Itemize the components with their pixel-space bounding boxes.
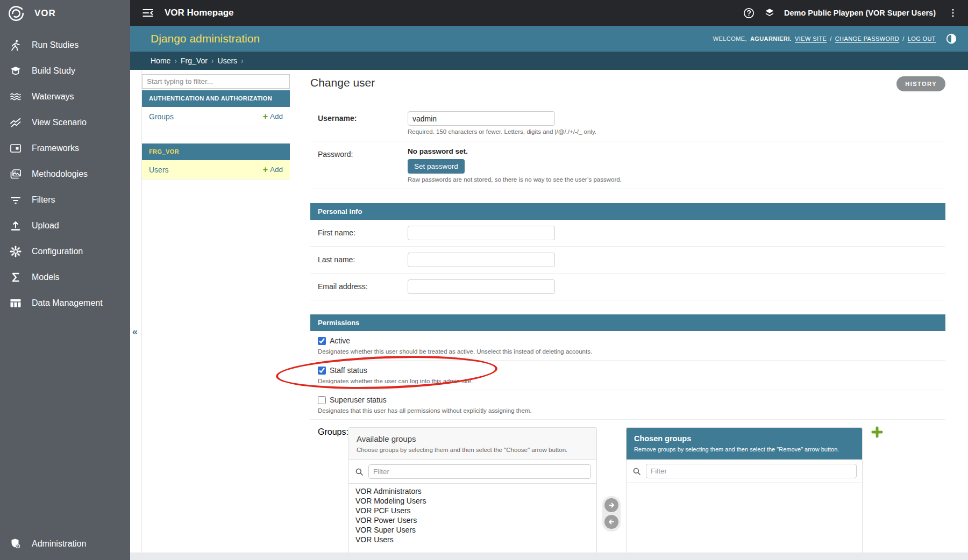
superuser-status-row: Superuser status Designates that this us… — [310, 390, 945, 420]
search-icon — [632, 466, 642, 476]
theme-toggle-icon[interactable] — [945, 33, 957, 45]
sidebar-item-administration[interactable]: Administration — [0, 531, 130, 557]
available-groups-filter-input[interactable] — [368, 464, 591, 479]
remove-arrow-button[interactable] — [604, 515, 618, 529]
sidebar-item-upload[interactable]: Upload — [0, 213, 130, 239]
breadcrumb-separator: › — [170, 56, 181, 65]
sidebar-item-label: Data Management — [32, 298, 103, 308]
group-option[interactable]: VOR PCF Users — [349, 506, 596, 515]
breadcrumb-home[interactable]: Home — [151, 56, 170, 65]
chosen-groups-filter-input[interactable] — [646, 464, 857, 478]
sidebar-item-label: Upload — [32, 221, 59, 231]
group-option[interactable]: VOR Administrators — [349, 486, 596, 496]
permissions-caption: Permissions — [310, 314, 945, 331]
slash-separator: / — [830, 35, 831, 42]
groups-label: Groups: — [318, 427, 348, 560]
password-label: Password: — [318, 147, 408, 183]
sidebar-item-methodologies[interactable]: Methodologies — [0, 161, 130, 187]
workspace-selector[interactable]: Demo Public Playpen (VOR Super Users) — [784, 9, 936, 17]
add-label: Add — [270, 166, 283, 174]
filter-lines-icon — [9, 193, 23, 207]
group-option[interactable]: VOR Users — [349, 535, 596, 544]
sidebar-item-run-studies[interactable]: Run Studies — [0, 32, 130, 58]
sidebar-item-data-management[interactable]: Data Management — [0, 290, 130, 316]
search-icon — [354, 467, 364, 477]
chosen-groups-list[interactable] — [627, 483, 862, 560]
gear-icon — [9, 245, 23, 259]
sidebar-item-label: Waterways — [32, 92, 74, 102]
add-user-link[interactable]: + Add — [263, 166, 283, 174]
plus-icon: + — [263, 166, 268, 174]
history-button[interactable]: HISTORY — [896, 76, 945, 91]
content-area: « AUTHENTICATION AND AUTHORIZATION Group… — [130, 70, 968, 560]
password-row: Password: No password set. Set password … — [310, 141, 945, 189]
collapse-nav-panel-toggle[interactable]: « — [132, 327, 138, 336]
upload-icon — [9, 219, 23, 233]
nav-row-users: Users + Add — [142, 160, 290, 180]
sidebar-item-build-study[interactable]: Build Study — [0, 58, 130, 84]
bottom-strip — [130, 552, 968, 560]
layers-icon[interactable] — [764, 7, 775, 19]
sidebar-item-configuration[interactable]: Configuration — [0, 239, 130, 264]
last-name-field[interactable] — [408, 253, 555, 267]
active-label: Active — [330, 336, 350, 345]
sidebar-item-label: Filters — [32, 195, 55, 205]
breadcrumb-app[interactable]: Frg_Vor — [181, 56, 208, 65]
staff-status-label: Staff status — [330, 366, 367, 375]
sidebar-item-label: Models — [32, 272, 60, 282]
sidebar-item-label: Methodologies — [32, 169, 88, 179]
available-groups-help: Choose groups by selecting them and then… — [357, 447, 589, 453]
nav-filter-input[interactable] — [142, 74, 290, 89]
active-checkbox[interactable] — [318, 337, 326, 345]
active-row: Active Designates whether this user shou… — [310, 331, 945, 361]
page: VOR Run Studies — [0, 0, 968, 560]
chosen-groups-title: Chosen groups — [634, 434, 855, 443]
logo-text: VOR — [34, 8, 56, 19]
breadcrumb-users[interactable]: Users — [218, 56, 238, 65]
waves-icon — [9, 90, 23, 104]
chosen-groups-help: Remove groups by selecting them and then… — [634, 446, 855, 453]
logo-row: VOR — [0, 0, 130, 27]
add-group-plus-icon[interactable] — [870, 425, 884, 560]
sidebar-item-view-scenario[interactable]: View Scenario — [0, 110, 130, 135]
superuser-status-label: Superuser status — [330, 396, 387, 404]
kebab-menu-icon[interactable] — [948, 8, 958, 18]
username-help: Required. 150 characters or fewer. Lette… — [408, 128, 596, 135]
staff-status-help: Designates whether the user can log into… — [318, 378, 938, 384]
add-group-link[interactable]: + Add — [263, 112, 283, 121]
groups-row: Groups: Available groups Choose groups b… — [310, 420, 945, 560]
sidebar-item-filters[interactable]: Filters — [0, 187, 130, 213]
email-field[interactable] — [408, 279, 555, 294]
admin-nav-panel: AUTHENTICATION AND AUTHORIZATION Groups … — [142, 70, 290, 180]
view-site-link[interactable]: VIEW SITE — [795, 35, 827, 42]
admin-shield-icon — [9, 537, 23, 551]
password-status: No password set. — [408, 147, 622, 155]
change-password-link[interactable]: CHANGE PASSWORD — [835, 35, 899, 42]
available-groups-list[interactable]: VOR Administrators VOR Modeling Users VO… — [349, 483, 596, 560]
sidebar-item-label: Run Studies — [32, 40, 79, 50]
group-option[interactable]: VOR Modeling Users — [349, 496, 596, 506]
sidebar-item-waterways[interactable]: Waterways — [0, 84, 130, 110]
log-out-link[interactable]: LOG OUT — [908, 35, 936, 42]
sidebar-item-frameworks[interactable]: Frameworks — [0, 135, 130, 161]
group-option[interactable]: VOR Power Users — [349, 515, 596, 525]
group-option[interactable]: VOR Super Users — [349, 525, 596, 535]
users-link[interactable]: Users — [149, 166, 169, 174]
personal-info-caption: Personal info — [310, 203, 945, 220]
collapse-menu-icon[interactable] — [141, 6, 155, 20]
username-field[interactable] — [408, 111, 555, 126]
choose-arrow-button[interactable] — [604, 498, 618, 512]
django-admin-brand[interactable]: Django administration — [151, 32, 260, 45]
groups-link[interactable]: Groups — [149, 112, 174, 121]
sidebar-item-models[interactable]: Models — [0, 264, 130, 290]
staff-status-checkbox[interactable] — [318, 367, 326, 375]
trend-lines-icon — [9, 116, 23, 130]
sidebar-item-label: Frameworks — [32, 143, 79, 153]
superuser-status-checkbox[interactable] — [318, 396, 326, 404]
slash-separator: / — [902, 35, 904, 42]
set-password-button[interactable]: Set password — [408, 159, 465, 174]
frame-icon — [9, 141, 23, 155]
first-name-field[interactable] — [408, 226, 555, 240]
help-icon[interactable] — [743, 7, 755, 19]
email-row: Email address: — [310, 274, 945, 300]
